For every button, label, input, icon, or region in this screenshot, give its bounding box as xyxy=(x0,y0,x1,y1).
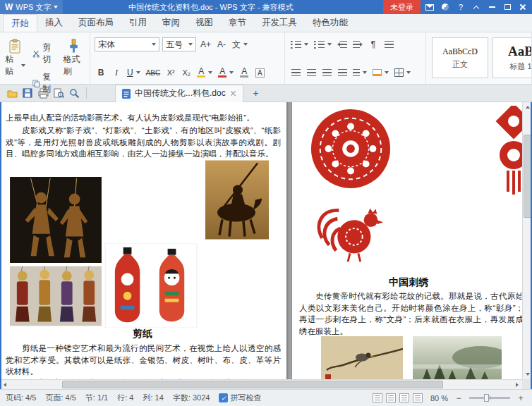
subscript-label: X₂ xyxy=(182,68,191,77)
align-right-button[interactable] xyxy=(320,66,333,80)
shadow-puppet-figures-photo[interactable] xyxy=(10,266,102,326)
grow-font-button[interactable]: A+ xyxy=(199,37,212,51)
cut-label: 剪切 xyxy=(42,42,56,66)
font-color-button[interactable]: A xyxy=(217,66,235,80)
open-button[interactable] xyxy=(4,86,20,101)
document-tab[interactable]: 中国传统文化...料包.doc xyxy=(115,85,243,102)
papercut-round-image[interactable] xyxy=(309,107,392,190)
find-button[interactable] xyxy=(66,86,82,101)
tab-view[interactable]: 视图 xyxy=(188,14,221,32)
spellcheck-button[interactable]: ✓ 拼写检查 xyxy=(219,393,261,403)
papercut-bottles-image[interactable] xyxy=(104,243,198,328)
style-normal[interactable]: AaBbCcD 正文 xyxy=(432,37,488,78)
minimize-button[interactable] xyxy=(484,0,500,14)
cut-button[interactable]: 剪切 xyxy=(30,40,59,67)
view-fullscreen-button[interactable] xyxy=(386,393,396,402)
text-tool-button[interactable]: 文 xyxy=(231,37,249,51)
wps-menu-button[interactable]: W WPS 文字 xyxy=(0,0,63,14)
paragraph-mark-icon: ¶ xyxy=(371,39,375,49)
heading-papercut[interactable]: 剪纸 xyxy=(0,328,286,340)
borders-button[interactable] xyxy=(393,66,412,80)
horizontal-scroll-thumb[interactable] xyxy=(62,381,443,388)
shadow-puppet-horseman-photo[interactable] xyxy=(205,160,269,240)
plus-icon: + xyxy=(253,87,259,99)
style-heading1[interactable]: AaB 标题 1 xyxy=(492,37,532,78)
shading-button[interactable] xyxy=(371,66,390,80)
show-marks-button[interactable]: ¶ xyxy=(367,37,380,51)
shrink-font-button[interactable]: A- xyxy=(215,37,228,51)
font-size-combo[interactable]: 五号 xyxy=(162,37,196,51)
align-center-button[interactable] xyxy=(305,66,318,80)
view-page-button[interactable] xyxy=(373,393,382,402)
tab-page-layout[interactable]: 页面布局 xyxy=(71,14,121,32)
highlight-color-button[interactable]: A xyxy=(195,66,214,80)
shadow-puppets-graphic xyxy=(10,177,102,263)
paragraph-shadow-play-intro[interactable]: 上最早由人配音的活动影画艺术。有人认为皮影戏是现代“电影始祖”。 xyxy=(6,112,281,124)
horizontal-scrollbar[interactable] xyxy=(0,379,522,389)
bullets-button[interactable] xyxy=(289,37,310,51)
heading-embroidery[interactable]: 中国刺绣 xyxy=(292,276,525,289)
tab-section[interactable]: 章节 xyxy=(221,14,254,32)
zoom-in-button[interactable]: + xyxy=(515,393,526,404)
chevron-down-icon xyxy=(54,6,58,8)
document-canvas[interactable]: 上最早由人配音的活动影画艺术。有人认为皮影戏是现代“电影始祖”。 皮影戏又称“影… xyxy=(0,102,532,379)
close-button[interactable] xyxy=(515,0,531,14)
page-4[interactable]: 上最早由人配音的活动影画艺术。有人认为皮影戏是现代“电影始祖”。 皮影戏又称“影… xyxy=(0,102,286,379)
highlight-color-swatch xyxy=(197,75,205,78)
landscape-painting-graphic xyxy=(413,336,502,379)
zoom-out-button[interactable]: − xyxy=(453,393,464,404)
paragraph-papercut[interactable]: 剪纸是一种镂空艺术和最为流行的民间艺术，在视觉上给人以透空的感觉和艺术享受。其载… xyxy=(6,343,281,378)
papercut-rooster-image[interactable] xyxy=(308,196,392,265)
tab-special-features[interactable]: 特色功能 xyxy=(305,14,356,32)
new-tab-button[interactable]: + xyxy=(249,86,263,100)
align-left-button[interactable] xyxy=(289,66,302,80)
paragraph-embroidery[interactable]: 史传黄帝时代就有彩绘花纹的记载。那就是说，古代原始人类以文彩来美化自己。开始时将… xyxy=(299,290,524,337)
strikethrough-button[interactable]: ABC xyxy=(145,66,162,80)
zoom-slider-thumb[interactable] xyxy=(484,394,489,402)
paste-button[interactable]: 粘贴 xyxy=(3,36,28,80)
view-web-button[interactable] xyxy=(413,393,423,402)
tab-insert[interactable]: 插入 xyxy=(37,14,71,32)
maximize-button[interactable] xyxy=(500,0,515,14)
char-border-button[interactable]: A xyxy=(253,66,266,80)
superscript-button[interactable]: X² xyxy=(164,66,177,80)
scroll-left-button[interactable] xyxy=(0,380,10,390)
paragraph-shadow-play[interactable]: 皮影戏又称“影子戏”、“灯影戏”、“土影戏”，有的地区叫“皮猴戏”、“纸影戏”等… xyxy=(6,125,281,160)
zoom-slider[interactable] xyxy=(469,397,510,399)
login-button[interactable]: 未登录 xyxy=(383,0,421,14)
envelope-icon xyxy=(425,4,434,11)
view-outline-button[interactable] xyxy=(399,393,409,402)
tab-developer[interactable]: 开发工具 xyxy=(254,14,305,32)
copy-button[interactable]: 复制 xyxy=(30,70,59,97)
increase-indent-button[interactable] xyxy=(351,37,364,51)
numbering-button[interactable] xyxy=(313,37,333,51)
subscript-button[interactable]: X₂ xyxy=(180,66,193,80)
tab-home[interactable]: 开始 xyxy=(3,14,37,32)
tab-references[interactable]: 引用 xyxy=(121,14,155,32)
text-direction-button[interactable] xyxy=(382,37,395,51)
embroidery-bird-image[interactable] xyxy=(321,336,403,379)
tab-review[interactable]: 审阅 xyxy=(155,14,188,32)
justify-button[interactable] xyxy=(336,66,349,80)
skin-button[interactable] xyxy=(437,0,453,14)
decrease-indent-button[interactable] xyxy=(336,37,349,51)
embroidery-landscape-image[interactable] xyxy=(413,336,502,379)
underline-button[interactable]: U xyxy=(126,66,142,80)
italic-button[interactable]: I xyxy=(110,66,123,80)
font-family-combo[interactable]: 宋体 xyxy=(95,37,159,51)
scroll-right-button[interactable] xyxy=(512,380,522,390)
page-5[interactable]: 中国刺绣 史传黄帝时代就有彩绘花纹的记载。那就是说，古代原始人类以文彩来美化自己… xyxy=(292,102,532,379)
line-spacing-button[interactable] xyxy=(351,66,368,80)
bold-button[interactable]: B xyxy=(95,66,107,80)
help-button[interactable]: ? xyxy=(453,0,468,14)
collapse-ribbon-button[interactable] xyxy=(468,0,484,14)
shadow-puppets-photo[interactable] xyxy=(10,177,102,263)
feedback-button[interactable] xyxy=(422,0,437,14)
close-tab-icon[interactable] xyxy=(230,90,236,97)
italic-label: I xyxy=(115,68,118,78)
arrow-down-icon xyxy=(526,373,530,376)
char-shading-button[interactable]: A xyxy=(238,66,250,80)
format-painter-button[interactable]: 格式刷 xyxy=(61,36,87,80)
bird-painting-graphic xyxy=(321,336,403,379)
status-page-number: 页码: 4/5 xyxy=(6,393,36,403)
